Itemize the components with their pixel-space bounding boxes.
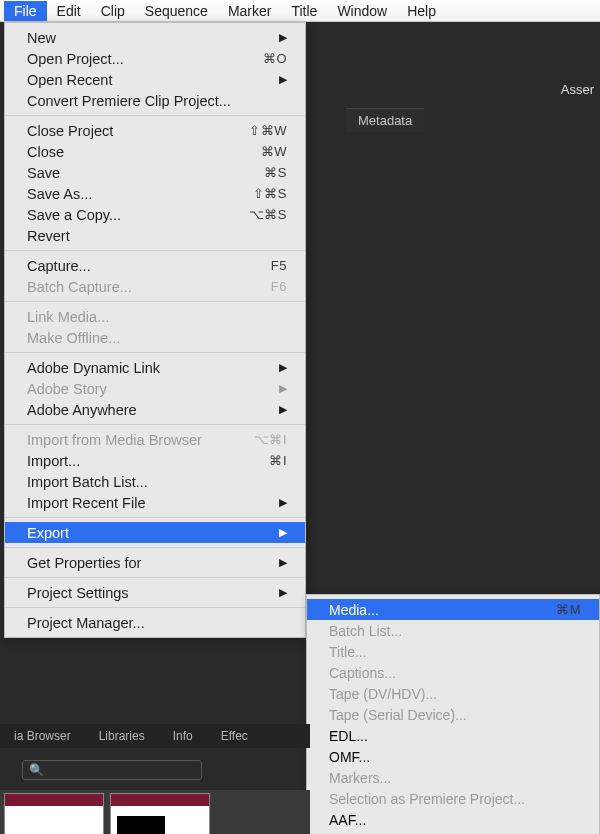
submenu-item-label: AAF... [329,812,581,828]
submenu-item-label: Selection as Premiere Project... [329,791,581,807]
menu-separator [5,577,305,578]
submenu-item-captions: Captions... [307,662,599,683]
submenu-arrow-icon: ▶ [271,586,287,599]
menu-item-shortcut: ⇧⌘S [245,186,287,201]
panel-tab-info[interactable]: Info [159,729,207,743]
search-icon: 🔍 [29,763,44,777]
menu-item-label: Adobe Story [27,381,271,397]
menu-item-label: Batch Capture... [27,279,263,295]
menu-item-get-properties-for[interactable]: Get Properties for▶ [5,552,305,573]
submenu-item-aaf[interactable]: AAF... [307,809,599,830]
menu-item-adobe-anywhere[interactable]: Adobe Anywhere▶ [5,399,305,420]
menu-separator [5,607,305,608]
submenu-item-selection-as-premiere-project: Selection as Premiere Project... [307,788,599,809]
menu-item-make-offline: Make Offline... [5,327,305,348]
menubar-item-title[interactable]: Title [281,1,327,21]
project-thumbnail[interactable] [110,793,210,834]
export-submenu: Media...⌘MBatch List...Title...Captions.… [306,594,600,834]
submenu-item-edl[interactable]: EDL... [307,725,599,746]
submenu-item-media[interactable]: Media...⌘M [307,599,599,620]
menu-separator [5,424,305,425]
menu-item-label: Save [27,165,256,181]
submenu-item-shortcut: ⌘M [548,602,581,617]
submenu-item-label: Markers... [329,770,581,786]
menu-item-revert[interactable]: Revert [5,225,305,246]
menu-separator [5,352,305,353]
submenu-item-label: EDL... [329,728,581,744]
menu-item-open-recent[interactable]: Open Recent▶ [5,69,305,90]
project-search-input[interactable]: 🔍 [22,760,202,780]
submenu-item-label: Tape (DV/HDV)... [329,686,581,702]
menu-item-shortcut: ⌥⌘I [246,432,287,447]
project-panel-tabs: ia BrowserLibrariesInfoEffec [0,724,310,748]
menu-item-label: Get Properties for [27,555,271,571]
menu-item-shortcut: ⌘S [256,165,287,180]
menu-item-close[interactable]: Close⌘W [5,141,305,162]
menu-item-batch-capture: Batch Capture...F6 [5,276,305,297]
menu-item-adobe-story: Adobe Story▶ [5,378,305,399]
menubar-item-clip[interactable]: Clip [91,1,135,21]
panel-tab-effec[interactable]: Effec [207,729,262,743]
menu-item-export[interactable]: Export▶ [5,522,305,543]
menubar-item-sequence[interactable]: Sequence [135,1,218,21]
submenu-item-batch-list: Batch List... [307,620,599,641]
submenu-arrow-icon: ▶ [271,526,287,539]
panel-tab-assembly-truncated[interactable]: Asser [561,82,594,97]
menu-item-project-manager[interactable]: Project Manager... [5,612,305,633]
menu-separator [5,250,305,251]
submenu-arrow-icon: ▶ [271,382,287,395]
menu-item-save-a-copy[interactable]: Save a Copy...⌥⌘S [5,204,305,225]
menu-item-close-project[interactable]: Close Project⇧⌘W [5,120,305,141]
menu-item-label: Project Manager... [27,615,287,631]
menu-item-import[interactable]: Import...⌘I [5,450,305,471]
menubar-item-help[interactable]: Help [397,1,446,21]
menu-separator [5,301,305,302]
menu-item-label: Close Project [27,123,241,139]
menu-item-label: Capture... [27,258,263,274]
submenu-item-title: Title... [307,641,599,662]
menu-item-save[interactable]: Save⌘S [5,162,305,183]
menu-item-shortcut: ⇧⌘W [241,123,287,138]
menu-item-label: Import Batch List... [27,474,287,490]
menu-item-shortcut: ⌘I [261,453,287,468]
submenu-item-label: OMF... [329,749,581,765]
menu-item-label: Convert Premiere Clip Project... [27,93,287,109]
menu-item-project-settings[interactable]: Project Settings▶ [5,582,305,603]
menu-item-shortcut: F5 [263,258,287,273]
submenu-item-omf[interactable]: OMF... [307,746,599,767]
menu-item-import-recent-file[interactable]: Import Recent File▶ [5,492,305,513]
menu-separator [5,115,305,116]
menu-item-convert-premiere-clip-project[interactable]: Convert Premiere Clip Project... [5,90,305,111]
project-thumbnails [0,790,310,834]
menu-item-open-project[interactable]: Open Project...⌘O [5,48,305,69]
menu-item-label: Save a Copy... [27,207,241,223]
panel-tab-metadata[interactable]: Metadata [346,108,424,132]
file-menu-dropdown: New▶Open Project...⌘OOpen Recent▶Convert… [4,22,306,638]
menu-item-save-as[interactable]: Save As...⇧⌘S [5,183,305,204]
menubar: FileEditClipSequenceMarkerTitleWindowHel… [0,0,600,22]
menu-item-shortcut: ⌘W [253,144,287,159]
panel-tab-libraries[interactable]: Libraries [85,729,159,743]
menu-item-label: Revert [27,228,287,244]
submenu-arrow-icon: ▶ [271,73,287,86]
submenu-item-final-cut-pro-xml[interactable]: Final Cut Pro XML... [307,830,599,834]
menu-item-label: Import... [27,453,261,469]
panel-tab-ia-browser[interactable]: ia Browser [0,729,85,743]
project-thumbnail[interactable] [4,793,104,834]
menu-item-label: Import Recent File [27,495,271,511]
menu-item-label: Make Offline... [27,330,287,346]
menu-item-capture[interactable]: Capture...F5 [5,255,305,276]
menubar-item-file[interactable]: File [4,1,47,21]
menubar-item-edit[interactable]: Edit [47,1,91,21]
menu-item-label: Link Media... [27,309,287,325]
menu-item-label: Save As... [27,186,245,202]
menu-item-new[interactable]: New▶ [5,27,305,48]
menu-item-label: Adobe Anywhere [27,402,271,418]
menu-item-import-batch-list[interactable]: Import Batch List... [5,471,305,492]
menu-item-adobe-dynamic-link[interactable]: Adobe Dynamic Link▶ [5,357,305,378]
menubar-item-marker[interactable]: Marker [218,1,282,21]
menu-item-shortcut: ⌥⌘S [241,207,287,222]
menubar-item-window[interactable]: Window [327,1,397,21]
submenu-arrow-icon: ▶ [271,31,287,44]
menu-item-label: Project Settings [27,585,271,601]
